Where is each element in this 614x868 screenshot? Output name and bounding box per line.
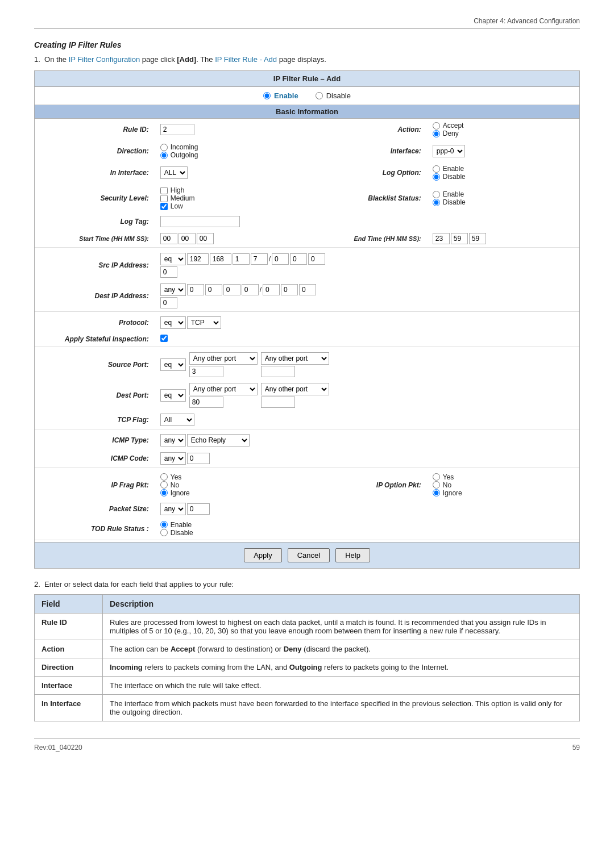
log-disable-label[interactable]: Disable bbox=[433, 173, 574, 181]
ip-frag-no-radio[interactable] bbox=[160, 481, 168, 489]
blacklist-disable-radio[interactable] bbox=[433, 199, 440, 206]
icmp-code-op-select[interactable]: any bbox=[160, 452, 186, 465]
direction-incoming-radio[interactable] bbox=[160, 144, 168, 151]
ip-frag-no-label[interactable]: No bbox=[160, 481, 301, 489]
direction-outgoing-radio[interactable] bbox=[160, 152, 168, 159]
log-tag-input[interactable] bbox=[160, 216, 240, 227]
blacklist-enable-label[interactable]: Enable bbox=[433, 190, 574, 198]
dest-mask1-input[interactable] bbox=[263, 284, 280, 295]
link-ip-filter-rule-add[interactable]: IP Filter Rule - Add bbox=[215, 55, 277, 64]
icmp-code-val-input[interactable] bbox=[187, 453, 210, 464]
apply-button[interactable]: Apply bbox=[244, 548, 282, 562]
blacklist-disable-label[interactable]: Disable bbox=[433, 198, 574, 206]
link-ip-filter-config[interactable]: IP Filter Configuration bbox=[69, 55, 140, 64]
dest-ip4-input[interactable] bbox=[242, 284, 259, 295]
start-hh-input[interactable] bbox=[160, 233, 177, 244]
protocol-val-select[interactable]: TCP bbox=[187, 316, 221, 329]
log-enable-label[interactable]: Enable bbox=[433, 165, 574, 173]
dest-mask3-input[interactable] bbox=[299, 284, 316, 295]
dest-ip3-input[interactable] bbox=[223, 284, 240, 295]
dest-port-op-select[interactable]: eq bbox=[160, 389, 186, 402]
disable-radio[interactable] bbox=[316, 92, 323, 99]
help-button[interactable]: Help bbox=[335, 548, 370, 562]
ip-option-no-label[interactable]: No bbox=[433, 481, 574, 489]
start-mm-input[interactable] bbox=[179, 233, 196, 244]
packet-size-input[interactable] bbox=[187, 503, 210, 515]
src-port-type2-select[interactable]: Any other port bbox=[261, 352, 329, 365]
dest-port-type1-select[interactable]: Any other port bbox=[189, 383, 258, 395]
ip-frag-ignore-radio[interactable] bbox=[160, 489, 168, 496]
tcp-flag-select[interactable]: All bbox=[160, 414, 194, 426]
enable-radio[interactable] bbox=[263, 92, 271, 99]
dest-ip-sub-input[interactable] bbox=[160, 297, 177, 308]
ip-frag-ignore-label[interactable]: Ignore bbox=[160, 489, 301, 497]
ip-option-ignore-radio[interactable] bbox=[433, 489, 440, 496]
action-radio-group: Accept Deny bbox=[433, 122, 574, 137]
disable-label[interactable]: Disable bbox=[316, 91, 351, 100]
tod-row: TOD Rule Status : Enable Disable bbox=[35, 518, 579, 540]
packet-size-op-select[interactable]: any bbox=[160, 503, 186, 515]
ip-option-ignore-label[interactable]: Ignore bbox=[433, 489, 574, 497]
in-interface-select[interactable]: ALL bbox=[160, 166, 188, 179]
action-deny-label[interactable]: Deny bbox=[433, 130, 574, 137]
action-accept-radio[interactable] bbox=[433, 122, 440, 130]
ip-option-no-radio[interactable] bbox=[433, 481, 440, 489]
dest-ip2-input[interactable] bbox=[205, 284, 222, 295]
icmp-type-op-select[interactable]: any bbox=[160, 434, 186, 446]
start-ss-input[interactable] bbox=[197, 233, 214, 244]
ip-frag-yes-radio[interactable] bbox=[160, 473, 168, 481]
security-high-checkbox[interactable] bbox=[160, 187, 168, 194]
src-ip-sub-input[interactable] bbox=[160, 266, 177, 278]
blacklist-enable-radio[interactable] bbox=[433, 191, 440, 198]
security-medium-checkbox[interactable] bbox=[160, 195, 168, 202]
security-low-checkbox[interactable] bbox=[160, 203, 168, 210]
src-ip2-input[interactable] bbox=[210, 253, 231, 265]
tod-disable-radio[interactable] bbox=[160, 529, 168, 536]
step2-intro: 2. Enter or select data for each field t… bbox=[34, 580, 580, 589]
cancel-button[interactable]: Cancel bbox=[288, 548, 330, 562]
security-low-label[interactable]: Low bbox=[160, 202, 301, 210]
src-ip3-input[interactable] bbox=[233, 253, 250, 265]
ip-option-yes-label[interactable]: Yes bbox=[433, 473, 574, 481]
src-port-val2-input[interactable] bbox=[261, 366, 295, 377]
log-disable-radio[interactable] bbox=[433, 173, 440, 181]
dest-port-type2-select[interactable]: Any other port bbox=[261, 383, 329, 395]
dest-mask2-input[interactable] bbox=[281, 284, 298, 295]
tod-enable-label[interactable]: Enable bbox=[160, 521, 574, 529]
ip-frag-yes-label[interactable]: Yes bbox=[160, 473, 301, 481]
dest-port-val1-input[interactable] bbox=[189, 397, 223, 408]
dest-ip1-input[interactable] bbox=[187, 284, 204, 295]
interface-select[interactable]: ppp-0 bbox=[433, 145, 465, 157]
ip-option-yes-radio[interactable] bbox=[433, 473, 440, 481]
src-ip-op-select[interactable]: eq bbox=[160, 253, 186, 265]
rule-id-input[interactable] bbox=[160, 124, 194, 135]
src-port-op-select[interactable]: eq bbox=[160, 358, 186, 371]
stateful-label: Apply Stateful Inspection: bbox=[35, 332, 155, 347]
tod-enable-radio[interactable] bbox=[160, 521, 168, 528]
tod-disable-label[interactable]: Disable bbox=[160, 529, 574, 537]
direction-incoming-label[interactable]: Incoming bbox=[160, 143, 301, 151]
stateful-checkbox[interactable] bbox=[160, 335, 168, 342]
end-mm-input[interactable] bbox=[451, 233, 468, 244]
log-enable-radio[interactable] bbox=[433, 165, 440, 173]
enable-label[interactable]: Enable bbox=[263, 91, 298, 100]
dest-port-val2-input[interactable] bbox=[261, 397, 295, 408]
end-ss-input[interactable] bbox=[469, 233, 486, 244]
src-mask3-input[interactable] bbox=[308, 253, 325, 265]
src-mask1-input[interactable] bbox=[272, 253, 289, 265]
src-port-val1-input[interactable] bbox=[189, 366, 223, 377]
tcp-flag-value-cell: All bbox=[155, 411, 579, 429]
src-ip4-input[interactable] bbox=[251, 253, 268, 265]
security-high-label[interactable]: High bbox=[160, 186, 301, 194]
action-deny-radio[interactable] bbox=[433, 130, 440, 137]
security-medium-label[interactable]: Medium bbox=[160, 194, 301, 202]
src-port-type1-select[interactable]: Any other port bbox=[189, 352, 258, 365]
src-mask2-input[interactable] bbox=[290, 253, 307, 265]
dest-ip-op-select[interactable]: any bbox=[160, 283, 186, 296]
protocol-op-select[interactable]: eq bbox=[160, 316, 186, 329]
src-ip1-input[interactable] bbox=[187, 253, 209, 265]
direction-outgoing-label[interactable]: Outgoing bbox=[160, 151, 301, 159]
end-hh-input[interactable] bbox=[433, 233, 450, 244]
icmp-type-val-select[interactable]: Echo Reply bbox=[187, 434, 250, 446]
action-accept-label[interactable]: Accept bbox=[433, 122, 574, 130]
